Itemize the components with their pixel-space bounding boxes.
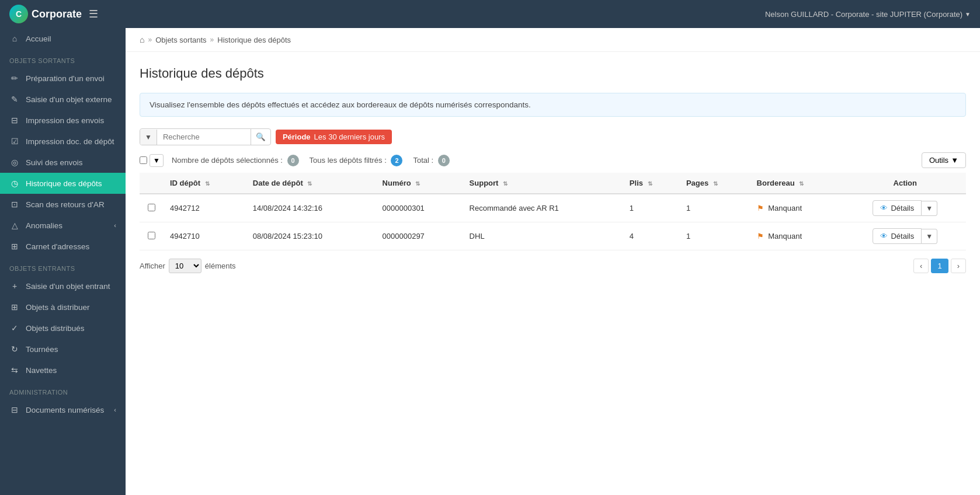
sidebar-label-tournees: Tournées <box>26 345 58 354</box>
sidebar-item-impression-envois[interactable]: ⊟ Impression des envois <box>0 110 126 131</box>
table-header-row: ID dépôt ⇅ Date de dépôt ⇅ Numéro ⇅ <box>140 173 966 194</box>
filtered-info: Tous les dépôts filtrés : 2 <box>310 155 403 166</box>
layout: ⌂ Accueil OBJETS SORTANTS ✏ Préparation … <box>0 28 980 495</box>
sort-icon-support: ⇅ <box>503 180 508 187</box>
breadcrumb: ⌂ » Objets sortants » Historique des dép… <box>126 28 980 52</box>
pencil-icon: ✏ <box>9 74 20 83</box>
select-all-checkbox[interactable] <box>140 156 147 164</box>
info-box: Visualisez l'ensemble des dépôts effectu… <box>140 93 966 117</box>
sidebar-label-preparation: Préparation d'un envoi <box>26 74 105 83</box>
pagination-next[interactable]: › <box>951 259 966 273</box>
search-input[interactable] <box>157 129 251 145</box>
bordereau-flag-icon-0: ⚑ <box>757 204 764 212</box>
toolbar: ▼ 🔍 Période Les 30 derniers jours <box>140 128 966 145</box>
selection-info: Nombre de dépôts sélectionnés : 0 <box>172 155 299 166</box>
home-icon: ⌂ <box>9 34 20 43</box>
sidebar-item-carnet[interactable]: ⊞ Carnet d'adresses <box>0 236 126 257</box>
sidebar-section-entrants: OBJETS ENTRANTS <box>0 257 126 276</box>
pagination-prev[interactable]: ‹ <box>913 259 929 273</box>
row-pages-1: 1 <box>679 222 750 250</box>
outils-label: Outils <box>929 156 948 165</box>
period-value: Les 30 derniers jours <box>314 133 385 141</box>
hamburger-icon[interactable]: ☰ <box>89 8 98 20</box>
outils-button[interactable]: Outils ▼ <box>922 152 966 168</box>
sort-icon-id: ⇅ <box>205 180 210 187</box>
row-checkbox-0[interactable] <box>148 204 155 211</box>
filtered-label: Tous les dépôts filtrés : <box>310 156 387 165</box>
period-filter-badge[interactable]: Période Les 30 derniers jours <box>276 130 392 144</box>
search-button[interactable]: 🔍 <box>251 129 270 145</box>
details-dropdown-1[interactable]: ▼ <box>922 229 937 244</box>
afficher-label: Afficher <box>140 262 165 270</box>
col-plis[interactable]: Plis ⇅ <box>623 173 679 194</box>
sidebar-label-accueil: Accueil <box>26 34 51 43</box>
col-numero[interactable]: Numéro ⇅ <box>376 173 463 194</box>
row-support-0: Recommandé avec AR R1 <box>463 194 623 222</box>
details-button-0[interactable]: 👁 Détails <box>873 200 922 216</box>
warning-icon: △ <box>9 221 20 230</box>
select-dropdown[interactable]: ▼ <box>150 154 164 167</box>
col-bordereau[interactable]: Bordereau ⇅ <box>750 173 845 194</box>
topbar-left: C Corporate ☰ <box>9 5 98 23</box>
sidebar-item-documents[interactable]: ⊟ Documents numérisés ‹ <box>0 399 126 420</box>
row-date-1: 08/08/2024 15:23:10 <box>246 222 376 250</box>
sidebar-item-navettes[interactable]: ⇆ Navettes <box>0 360 126 381</box>
row-numero-1: 0000000297 <box>376 222 463 250</box>
sidebar-item-anomalies[interactable]: △ Anomalies ‹ <box>0 215 126 236</box>
sidebar-section-sortants: OBJETS SORTANTS <box>0 49 126 68</box>
sidebar-item-saisie-entrant[interactable]: + Saisie d'un objet entrant <box>0 276 126 297</box>
sidebar: ⌂ Accueil OBJETS SORTANTS ✏ Préparation … <box>0 28 126 495</box>
row-checkbox-1[interactable] <box>148 232 155 239</box>
sidebar-item-scan[interactable]: ⊡ Scan des retours d'AR <box>0 194 126 215</box>
topbar-user[interactable]: Nelson GUILLARD - Corporate - site JUPIT… <box>765 10 971 19</box>
sidebar-item-objets-distribues[interactable]: ✓ Objets distribués <box>0 318 126 339</box>
col-id-depot[interactable]: ID dépôt ⇅ <box>163 173 246 194</box>
details-btn-group-1: 👁 Détails ▼ <box>852 228 959 244</box>
sidebar-item-historique[interactable]: ◷ Historique des dépôts <box>0 173 126 194</box>
details-dropdown-0[interactable]: ▼ <box>922 201 937 216</box>
row-action-1: 👁 Détails ▼ <box>845 222 966 250</box>
distribute-icon: ⊞ <box>9 302 20 312</box>
outils-caret-icon: ▼ <box>951 156 958 165</box>
bordereau-flag-icon-1: ⚑ <box>757 232 764 240</box>
pagination-page-1[interactable]: 1 <box>931 259 948 273</box>
col-pages[interactable]: Pages ⇅ <box>679 173 750 194</box>
breadcrumb-sep2: » <box>210 36 214 44</box>
user-info-text: Nelson GUILLARD - Corporate - site JUPIT… <box>765 10 962 19</box>
search-group: ▼ 🔍 <box>140 128 271 145</box>
sidebar-item-suivi[interactable]: ◎ Suivi des envois <box>0 152 126 173</box>
sidebar-section-admin: ADMINISTRATION <box>0 381 126 399</box>
col-date-depot[interactable]: Date de dépôt ⇅ <box>246 173 376 194</box>
sidebar-label-saisie-entrant: Saisie d'un objet entrant <box>26 282 110 291</box>
contacts-icon: ⊞ <box>9 242 20 251</box>
sidebar-item-tournees[interactable]: ↻ Tournées <box>0 339 126 360</box>
sidebar-item-impression-doc[interactable]: ☑ Impression doc. de dépôt <box>0 131 126 152</box>
row-support-1: DHL <box>463 222 623 250</box>
sidebar-label-impression-envois: Impression des envois <box>26 116 104 125</box>
row-pages-0: 1 <box>679 194 750 222</box>
row-checkbox-cell <box>140 194 163 222</box>
sort-icon-plis: ⇅ <box>648 180 652 187</box>
info-box-text: Visualisez l'ensemble des dépôts effectu… <box>150 100 531 109</box>
sidebar-item-objets-distribuer[interactable]: ⊞ Objets à distribuer <box>0 297 126 318</box>
breadcrumb-current: Historique des dépôts <box>217 36 291 44</box>
search-type-dropdown[interactable]: ▼ <box>140 130 157 145</box>
select-all-group: ▼ <box>140 154 164 167</box>
details-button-1[interactable]: 👁 Détails <box>873 228 922 244</box>
sidebar-item-saisie-externe[interactable]: ✎ Saisie d'un objet externe <box>0 89 126 110</box>
sidebar-label-documents: Documents numérisés <box>26 406 104 414</box>
col-support[interactable]: Support ⇅ <box>463 173 623 194</box>
table-row: 4942712 14/08/2024 14:32:16 0000000301 R… <box>140 194 966 222</box>
row-id-0: 4942712 <box>163 194 246 222</box>
pagination-row: Afficher 10 25 50 100 éléments ‹ 1 › <box>140 259 966 273</box>
breadcrumb-objets-sortants[interactable]: Objets sortants <box>155 36 206 44</box>
logo[interactable]: C Corporate <box>9 5 82 23</box>
breadcrumb-home-icon[interactable]: ⌂ <box>140 35 144 44</box>
per-page-select[interactable]: 10 25 50 100 <box>169 259 201 273</box>
sort-icon-bordereau: ⇅ <box>799 180 804 187</box>
selection-count-badge: 0 <box>287 155 299 166</box>
row-bordereau-1: ⚑ Manquant <box>750 222 845 250</box>
sidebar-item-accueil[interactable]: ⌂ Accueil <box>0 28 126 49</box>
sidebar-item-preparation[interactable]: ✏ Préparation d'un envoi <box>0 68 126 89</box>
row-action-0: 👁 Détails ▼ <box>845 194 966 222</box>
